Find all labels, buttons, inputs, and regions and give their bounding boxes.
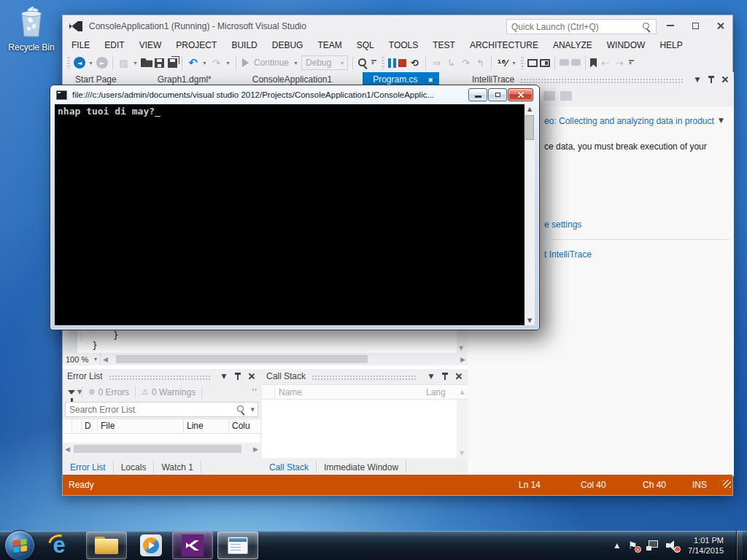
close-panel-icon[interactable] (719, 76, 731, 83)
quick-launch-box[interactable] (506, 19, 657, 34)
console-window[interactable]: file:///c:/users/admin/documents/visual … (50, 85, 540, 330)
panel-tab-error-list[interactable]: Error List (63, 461, 114, 473)
console-minimize-button[interactable] (468, 88, 487, 101)
comment-icon[interactable] (560, 59, 569, 66)
menu-item[interactable]: HELP (652, 40, 689, 50)
intellitrace-about-link[interactable]: t IntelliTrace (544, 249, 592, 260)
error-list-search-box[interactable]: ▼ (65, 402, 258, 417)
output-window-icon[interactable] (540, 59, 550, 67)
errors-count[interactable]: ⊗0 Errors (88, 387, 129, 397)
navigate-back-icon[interactable]: ◄ (74, 57, 85, 69)
warnings-count[interactable]: ⚠0 Warnings (142, 387, 196, 397)
maximize-button[interactable] (683, 15, 708, 36)
panel-tab-watch1[interactable]: Watch 1 (154, 461, 201, 473)
column-header-lang[interactable]: Lang (426, 387, 457, 397)
panel-menu-icon[interactable]: ▼ (218, 373, 230, 380)
scroll-down-icon[interactable]: ▼ (459, 345, 463, 351)
panel-tab-call-stack[interactable]: Call Stack (262, 461, 317, 473)
breakpoints-window-icon[interactable] (527, 59, 538, 67)
column-header[interactable]: Line (184, 419, 229, 433)
navigate-forward-icon[interactable]: ► (96, 57, 108, 69)
scroll-down-icon[interactable]: ▼ (525, 317, 535, 324)
close-panel-icon[interactable] (453, 373, 465, 380)
taskbar-item-internet-explorer[interactable]: e (41, 532, 77, 559)
scrollbar-thumb[interactable] (74, 445, 241, 453)
close-panel-icon[interactable] (246, 373, 258, 380)
redo-caret-icon[interactable]: ▾ (225, 60, 231, 66)
console-close-button[interactable] (508, 88, 533, 101)
close-button[interactable] (708, 15, 732, 36)
error-list-horizontal-scrollbar[interactable] (72, 444, 251, 454)
scroll-left-icon[interactable]: ◀ (101, 356, 110, 363)
intellitrace-events-icon[interactable] (543, 91, 555, 101)
continue-button[interactable]: Continue (254, 58, 289, 68)
next-bookmark-icon[interactable]: ⇢ (614, 58, 626, 69)
scrollbar-thumb[interactable] (116, 355, 368, 363)
find-in-files-icon[interactable] (357, 58, 368, 69)
scroll-up-icon[interactable]: ▲ (525, 106, 535, 112)
stop-icon[interactable] (398, 59, 406, 67)
step-into-icon[interactable]: ↳ (445, 58, 457, 69)
scroll-down-icon[interactable]: ▼ (460, 450, 464, 456)
column-header[interactable]: Colu (229, 419, 260, 433)
menu-item[interactable]: TEAM (310, 40, 349, 50)
scrollbar-thumb[interactable] (525, 115, 534, 140)
scroll-left-icon[interactable]: ◀ (63, 446, 72, 453)
recycle-bin[interactable]: Recycle Bin (4, 4, 58, 52)
start-button[interactable] (4, 530, 35, 560)
show-desktop-button[interactable] (736, 531, 743, 560)
show-hidden-icons-button[interactable]: ▲ (614, 542, 619, 549)
pause-icon[interactable] (388, 58, 396, 68)
open-file-icon[interactable] (141, 58, 152, 67)
minimize-button[interactable] (658, 15, 683, 36)
volume-muted-icon[interactable]: ⃠ (665, 540, 678, 551)
menu-item[interactable]: SQL (349, 40, 382, 50)
resize-grip[interactable] (723, 480, 731, 488)
search-icon[interactable] (236, 405, 247, 415)
undo-icon[interactable]: ↶ (187, 56, 199, 69)
redo-icon[interactable]: ↷ (210, 58, 222, 69)
toolbar-overflow-icon[interactable]: '' (252, 388, 258, 396)
menu-item[interactable]: WINDOW (600, 40, 653, 50)
intellitrace-settings-link[interactable]: e settings (544, 219, 581, 230)
quick-launch-input[interactable] (507, 22, 642, 32)
column-header-name[interactable]: Name (275, 387, 426, 397)
menu-item[interactable]: TEST (425, 40, 462, 50)
console-output-area[interactable]: nhap tuoi di may?_ ▲ ▼ (55, 104, 535, 325)
uncomment-icon[interactable] (571, 59, 581, 66)
continue-icon[interactable] (242, 58, 249, 67)
new-file-icon[interactable]: ▤ (117, 58, 130, 69)
debug-target-combo[interactable]: Debug (301, 55, 348, 70)
chevron-down-icon[interactable]: ▼ (719, 117, 724, 124)
hex-display-icon[interactable]: ¹⁶⁄ (496, 58, 508, 69)
search-caret-icon[interactable]: ▼ (251, 407, 255, 413)
step-over-icon[interactable]: ↷ (460, 58, 472, 69)
editor-horizontal-scrollbar[interactable] (110, 354, 458, 364)
panel-tab-locals[interactable]: Locals (114, 461, 155, 473)
menu-item[interactable]: ARCHITECTURE (462, 40, 546, 50)
menu-item[interactable]: DEBUG (265, 40, 311, 50)
taskbar-item-media-player[interactable] (133, 532, 169, 559)
search-icon[interactable] (642, 22, 652, 32)
toolbar-overflow-icon[interactable] (628, 58, 635, 68)
show-next-statement-icon[interactable]: ⇒ (430, 58, 443, 69)
intellitrace-save-icon[interactable] (560, 91, 572, 101)
menu-item[interactable]: VIEW (132, 40, 169, 50)
scroll-right-icon[interactable]: ▶ (458, 356, 468, 363)
console-titlebar[interactable]: file:///c:/users/admin/documents/visual … (50, 85, 539, 104)
console-scrollbar[interactable]: ▲ ▼ (525, 104, 535, 325)
taskbar-item-visual-studio[interactable] (172, 532, 213, 559)
restart-icon[interactable]: ⟲ (409, 58, 421, 69)
scroll-right-icon[interactable]: ▶ (251, 446, 260, 453)
menu-item[interactable]: PROJECT (169, 40, 224, 50)
panel-drag-handle[interactable] (109, 375, 210, 380)
panel-menu-icon[interactable]: ▼ (425, 373, 437, 380)
navigate-back-caret-icon[interactable]: ▾ (88, 60, 94, 66)
column-header[interactable]: File (98, 419, 184, 433)
save-all-icon[interactable] (168, 58, 177, 68)
pin-icon[interactable] (232, 372, 244, 381)
panel-tab-immediate-window[interactable]: Immediate Window (317, 461, 406, 473)
network-icon[interactable] (646, 540, 659, 551)
action-center-icon[interactable]: ⚑✕ (626, 540, 639, 551)
step-out-icon[interactable]: ↰ (474, 58, 487, 69)
